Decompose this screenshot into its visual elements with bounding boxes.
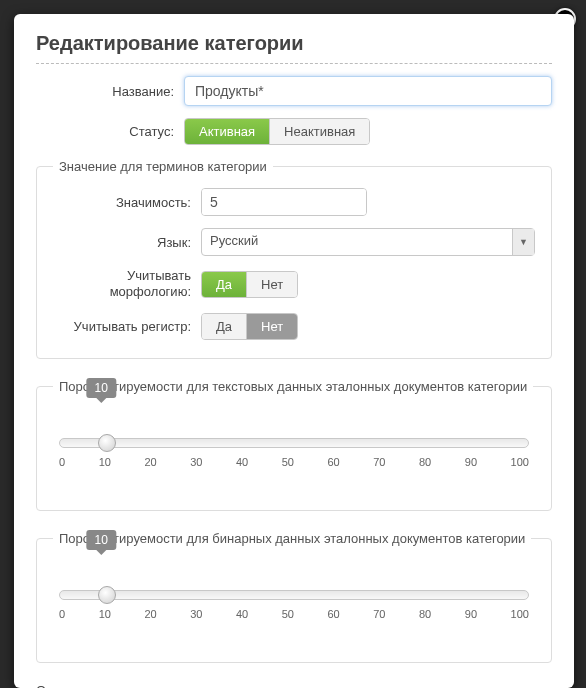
language-select[interactable]: Русский ▼ [201, 228, 535, 256]
slider1-area: 10 0 10 20 30 40 50 60 70 80 90 100 [53, 408, 535, 492]
row-case: Учитывать регистр: Да Нет [53, 313, 535, 340]
case-no-button[interactable]: Нет [246, 314, 297, 339]
name-label: Название: [36, 84, 184, 99]
language-value: Русский [202, 229, 512, 255]
significance-label: Значимость: [53, 195, 201, 210]
case-label: Учитывать регистр: [53, 319, 201, 334]
status-label: Статус: [36, 124, 184, 139]
modal-title: Редактирование категории [36, 32, 552, 55]
significance-spinner: ▲ ▼ [201, 188, 367, 216]
case-yes-button[interactable]: Да [202, 314, 246, 339]
row-language: Язык: Русский ▼ [53, 228, 535, 256]
slider2-area: 10 0 10 20 30 40 50 60 70 80 90 100 [53, 560, 535, 644]
chevron-down-icon[interactable]: ▼ [512, 229, 534, 255]
slider1-tooltip: 10 [87, 378, 116, 398]
morphology-no-button[interactable]: Нет [246, 272, 297, 297]
case-toggle: Да Нет [201, 313, 298, 340]
divider [36, 63, 552, 64]
slider1-track[interactable] [59, 438, 529, 448]
row-significance: Значимость: ▲ ▼ [53, 188, 535, 216]
terms-fieldset: Значение для терминов категории Значимос… [36, 159, 552, 359]
status-inactive-button[interactable]: Неактивная [269, 119, 369, 144]
slider2-ticks: 0 10 20 30 40 50 60 70 80 90 100 [59, 608, 529, 620]
slider2-legend: Порог цитируемости для бинарных данных э… [53, 531, 531, 546]
slider2-handle[interactable] [98, 586, 116, 604]
slider1-handle[interactable] [98, 434, 116, 452]
modal-edit-category: Редактирование категории Название: Стату… [14, 14, 574, 688]
row-status: Статус: Активная Неактивная [36, 118, 552, 145]
name-input[interactable] [184, 76, 552, 106]
slider1-legend: Порог цитируемости для текстовых данных … [53, 379, 533, 394]
morphology-yes-button[interactable]: Да [202, 272, 246, 297]
row-morphology: Учитывать морфологию: Да Нет [53, 268, 535, 301]
terms-legend: Значение для терминов категории [53, 159, 273, 174]
description-label: Описание: [36, 683, 552, 689]
significance-input[interactable] [202, 189, 367, 215]
morphology-label: Учитывать морфологию: [53, 268, 201, 301]
morphology-toggle: Да Нет [201, 271, 298, 298]
slider2-track[interactable] [59, 590, 529, 600]
row-name: Название: [36, 76, 552, 106]
status-toggle: Активная Неактивная [184, 118, 370, 145]
language-label: Язык: [53, 235, 201, 250]
status-active-button[interactable]: Активная [185, 119, 269, 144]
slider2-tooltip: 10 [87, 530, 116, 550]
slider1-fieldset: Порог цитируемости для текстовых данных … [36, 379, 552, 511]
slider2-fieldset: Порог цитируемости для бинарных данных э… [36, 531, 552, 663]
slider1-ticks: 0 10 20 30 40 50 60 70 80 90 100 [59, 456, 529, 468]
